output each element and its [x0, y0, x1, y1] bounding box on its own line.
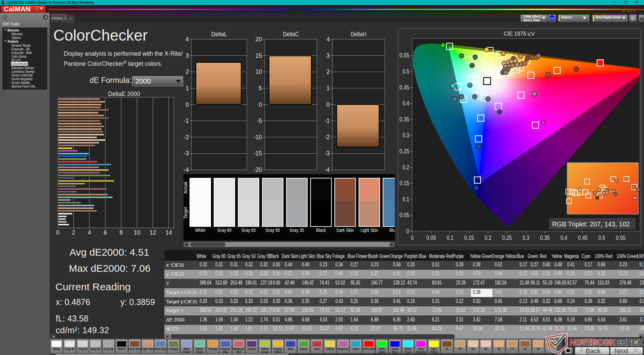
svg-text:3: 3: [326, 52, 330, 59]
svg-text:RGB Triplet: 207, 143, 102: RGB Triplet: 207, 143, 102: [552, 220, 630, 228]
svg-text:-1: -1: [324, 117, 330, 124]
svg-text:0.35: 0.35: [399, 116, 409, 123]
svg-text:0.45: 0.45: [399, 84, 409, 91]
svg-text:0.3: 0.3: [523, 235, 529, 241]
svg-text:0: 0: [407, 228, 409, 235]
svg-text:0.15: 0.15: [399, 180, 409, 187]
svg-text:-5: -5: [257, 117, 262, 124]
svg-text:-1: -1: [183, 117, 189, 124]
svg-text:0.25: 0.25: [399, 148, 409, 155]
svg-text:-20: -20: [254, 166, 262, 173]
svg-text:0: 0: [411, 235, 414, 241]
svg-text:2: 2: [185, 68, 189, 75]
svg-text:DeltaL: DeltaL: [211, 31, 227, 38]
svg-text:0.05: 0.05: [426, 235, 436, 241]
svg-text:0.05: 0.05: [399, 212, 409, 218]
svg-text:20: 20: [256, 36, 262, 43]
svg-text:0: 0: [56, 229, 59, 236]
svg-text:0: 0: [326, 101, 330, 108]
svg-text:DeltaC: DeltaC: [283, 31, 299, 38]
svg-text:-10: -10: [254, 134, 262, 141]
svg-text:2: 2: [326, 68, 330, 75]
svg-text:DeltaH: DeltaH: [351, 31, 367, 38]
svg-text:10: 10: [134, 229, 141, 236]
svg-text:8: 8: [119, 229, 123, 236]
svg-text:0.4: 0.4: [560, 235, 567, 241]
svg-text:3: 3: [185, 52, 189, 59]
svg-text:0.55: 0.55: [399, 52, 409, 59]
svg-text:CIE 1976 u'v': CIE 1976 u'v': [504, 31, 535, 37]
svg-text:-3: -3: [324, 150, 330, 157]
svg-text:0: 0: [185, 101, 189, 108]
svg-text:0.15: 0.15: [464, 235, 474, 241]
svg-text:0.2: 0.2: [485, 235, 491, 241]
svg-text:15: 15: [256, 52, 262, 59]
svg-text:2: 2: [72, 229, 75, 236]
svg-text:4: 4: [88, 229, 91, 236]
svg-text:0.35: 0.35: [540, 235, 550, 241]
svg-text:NOTEBOOKCHECK: NOTEBOOKCHECK: [570, 337, 644, 348]
svg-text:DeltaE 2000: DeltaE 2000: [108, 91, 140, 97]
svg-text:6: 6: [104, 229, 107, 236]
svg-text:4: 4: [185, 36, 189, 43]
svg-text:-4: -4: [183, 166, 189, 173]
svg-text:0.25: 0.25: [502, 235, 512, 241]
svg-text:4: 4: [326, 36, 330, 43]
svg-text:0.5: 0.5: [598, 235, 605, 241]
svg-text:0.1: 0.1: [447, 235, 453, 241]
svg-text:14: 14: [165, 229, 172, 236]
svg-text:1: 1: [326, 85, 330, 92]
svg-text:-2: -2: [183, 134, 189, 141]
svg-text:5: 5: [259, 85, 262, 92]
svg-text:0.4: 0.4: [402, 100, 409, 107]
svg-text:10: 10: [256, 68, 262, 75]
svg-text:0.2: 0.2: [402, 164, 409, 171]
svg-text:0.55: 0.55: [616, 235, 626, 241]
svg-text:-2: -2: [324, 134, 330, 141]
svg-text:12: 12: [150, 229, 156, 236]
svg-text:-3: -3: [183, 150, 189, 157]
svg-text:-15: -15: [254, 150, 262, 157]
svg-text:0: 0: [259, 101, 262, 108]
svg-text:-4: -4: [324, 166, 330, 173]
svg-text:1: 1: [185, 85, 189, 92]
svg-text:0.1: 0.1: [402, 196, 409, 203]
svg-text:0.5: 0.5: [402, 68, 409, 75]
svg-text:0.3: 0.3: [402, 132, 409, 139]
svg-text:0.45: 0.45: [578, 235, 588, 241]
